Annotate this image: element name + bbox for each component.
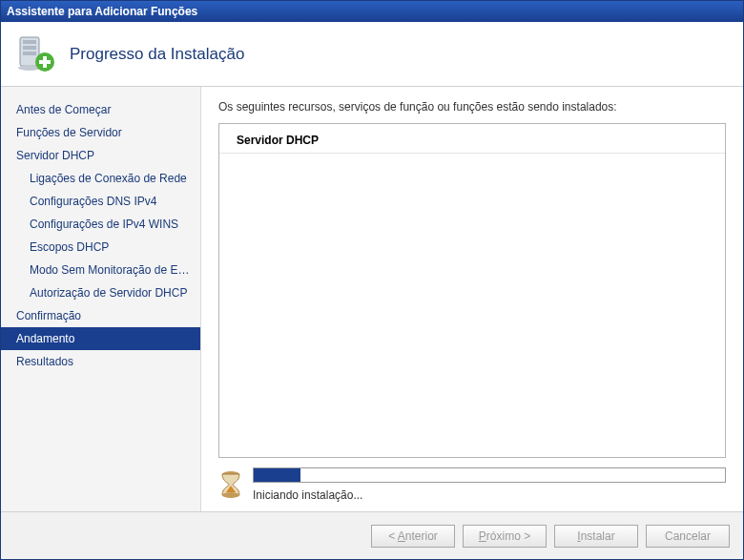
hourglass-icon xyxy=(218,470,243,499)
sidebar-item[interactable]: Ligações de Conexão de Rede xyxy=(1,167,200,190)
next-button[interactable]: Próximo > xyxy=(463,525,547,548)
sidebar-item[interactable]: Autorização de Servidor DHCP xyxy=(1,281,200,304)
titlebar: Assistente para Adicionar Funções xyxy=(1,1,743,22)
cancel-button[interactable]: Cancelar xyxy=(646,525,730,548)
body: Antes de ComeçarFunções de ServidorServi… xyxy=(1,87,743,511)
footer: < Anterior Próximo > Instalar Cancelar xyxy=(1,511,743,559)
sidebar-item[interactable]: Antes de Começar xyxy=(1,98,200,121)
install-list: Servidor DHCP xyxy=(218,123,726,458)
progress-fill xyxy=(254,468,300,482)
server-add-icon xyxy=(14,33,56,75)
intro-text: Os seguintes recursos, serviços de funçã… xyxy=(218,100,726,114)
sidebar-item[interactable]: Servidor DHCP xyxy=(1,144,200,167)
sidebar-item[interactable]: Confirmação xyxy=(1,304,200,327)
progress-bar xyxy=(253,467,726,483)
install-button[interactable]: Instalar xyxy=(554,525,638,548)
list-item: Servidor DHCP xyxy=(219,130,725,154)
back-button[interactable]: < Anterior xyxy=(371,525,455,548)
header: Progresso da Instalação xyxy=(1,22,743,87)
sidebar-item[interactable]: Configurações DNS IPv4 xyxy=(1,190,200,213)
svg-rect-3 xyxy=(23,52,36,55)
sidebar-item[interactable]: Resultados xyxy=(1,350,200,373)
page-title: Progresso da Instalação xyxy=(70,45,244,64)
window-title: Assistente para Adicionar Funções xyxy=(7,5,197,18)
svg-rect-1 xyxy=(23,40,36,44)
progress-area: Iniciando instalação... xyxy=(253,467,726,502)
wizard-window: Assistente para Adicionar Funções Progre… xyxy=(0,0,744,560)
sidebar-item[interactable]: Modo Sem Monitoração de Est... xyxy=(1,259,200,281)
svg-point-9 xyxy=(222,492,239,498)
svg-rect-7 xyxy=(39,60,51,64)
sidebar-item[interactable]: Funções de Servidor xyxy=(1,121,200,144)
progress-label: Iniciando instalação... xyxy=(253,488,726,502)
sidebar-item[interactable]: Escopos DHCP xyxy=(1,236,200,259)
svg-rect-2 xyxy=(23,46,36,50)
main-panel: Os seguintes recursos, serviços de funçã… xyxy=(201,87,743,511)
sidebar: Antes de ComeçarFunções de ServidorServi… xyxy=(1,87,201,511)
sidebar-item[interactable]: Configurações de IPv4 WINS xyxy=(1,213,200,236)
sidebar-item[interactable]: Andamento xyxy=(1,327,200,350)
progress-row: Iniciando instalação... xyxy=(218,467,726,502)
